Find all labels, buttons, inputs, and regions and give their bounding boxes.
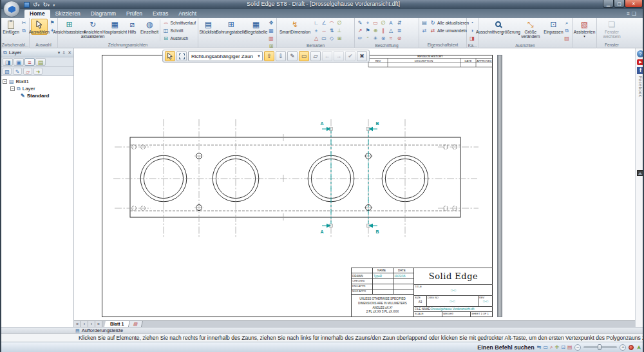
update-all-button[interactable]: ↻Alle aktualisieren [429,19,469,26]
fence-mode-button[interactable] [176,51,187,61]
accept-button[interactable]: ✔ [345,51,355,61]
draw-fence-button[interactable]: ✎ [287,51,298,61]
edgebar_tools-icon-0[interactable]: ▧ [3,68,12,75]
status_icons-icon-3[interactable]: ✛ [554,344,559,351]
zoom-area-button[interactable]: Ausschnittvergrößerung [480,19,516,35]
tree-item-standard[interactable]: ✎ Standard [3,92,72,99]
tab-ansicht[interactable]: Ansicht [173,10,202,18]
zwischenablage_extra-icon-1[interactable]: ⧉ [20,27,28,35]
back-button[interactable]: ← [322,51,332,61]
beschriftung-icon-14[interactable]: ≈ [387,35,395,43]
edgebar_tabs-icon-0[interactable]: ◨ [3,58,13,66]
tab-diagramm[interactable]: Diagramm [86,10,121,18]
include-overlap-button[interactable]: ⇩ [276,51,286,61]
beschriftung-icon-12[interactable]: ✳ [372,35,379,43]
tabellen_extra-icon-2[interactable]: ▥ [267,35,275,43]
tab-skizzieren[interactable]: Skizzieren [50,10,86,18]
bemassen-icon-4[interactable]: ± [312,27,320,35]
prev-sheet-button[interactable]: ‹ [81,321,88,327]
smart-dimension-button[interactable]: ↯ SmartDimension [278,19,312,35]
command-search-input[interactable]: Einen Befehl suchen [477,344,535,351]
ka-icon-1[interactable]: ◑ [468,27,476,35]
beschriftung-icon-11[interactable]: “ [364,35,372,43]
application-button[interactable] [3,1,20,17]
drawing-view[interactable]: Richtungsabhängiger Zaun ▼ ⇧ ⇩ ✎ ▭ ▱ ← →… [74,48,635,320]
bend-table-button[interactable]: ▦ Biegetabelle [245,19,267,35]
maximize-button[interactable]: ▢ [614,0,625,8]
status_icons-icon-4[interactable]: ⊡ [561,344,565,351]
select-mode-button[interactable] [165,51,175,61]
tab-pruefen[interactable]: Prüfen [121,10,147,18]
beschriftung-icon-6[interactable]: ⚑ [364,27,372,35]
zoom-slider[interactable] [583,346,617,348]
resize-button[interactable]: ⤡ Größe verändern [517,19,544,39]
assistants-button[interactable]: ▧ Assistenten ▾ [574,19,595,39]
select-tool-button[interactable]: Auswählen [31,19,48,35]
include-inside-button[interactable]: ⇧ [264,51,274,61]
bemassen-icon-8[interactable]: △ [312,35,320,43]
eigenschaft_icons-icon-1[interactable]: ⇄ [421,27,428,35]
cancel-button[interactable]: ✖ [357,51,367,61]
beschriftung-icon-9[interactable]: △ [387,27,395,35]
polygon-fence-button[interactable]: ▱ [310,51,321,61]
background-sheet-tab[interactable]: ▨ [129,321,143,327]
parts-list-button[interactable]: ▤ Stückliste [200,19,217,35]
edgebar_tools-icon-3[interactable]: ➜ [33,68,43,75]
bemassen-icon-5[interactable]: ↔ [320,27,328,35]
bemassen-icon-11[interactable]: ⊞ [336,35,343,43]
facebook-icon[interactable]: f [637,67,644,74]
fence-type-select[interactable]: Richtungsabhängiger Zaun ▼ [188,51,263,61]
beschriftung-icon-10[interactable]: ✏ [356,35,364,43]
tabellen_extra-icon-1[interactable]: ▦ [267,27,275,35]
beschriftung-icon-2[interactable]: ▭ [372,19,379,27]
bemassen-icon-6[interactable]: ⇅ [328,27,336,35]
tab-home[interactable]: Home [24,10,50,18]
panel-close-button[interactable]: ✕ [68,50,71,55]
zwischenablage_extra-icon-0[interactable]: ✂ [20,19,28,27]
ausrichten_extra-icon-1[interactable]: ⧉ [563,27,571,35]
help-icon[interactable]: ? [637,50,644,57]
bemassen-icon-7[interactable]: ⊥ [336,27,343,35]
beschriftung-icon-0[interactable]: ✎ [356,19,364,27]
beschriftung-icon-3[interactable]: ∅ [379,19,387,27]
detail-view-button[interactable]: ◍ Einzelheit [141,19,158,35]
beschriftung-icon-5[interactable]: ↗ [356,27,364,35]
status_icons-icon-0[interactable]: ⇆ [537,344,542,351]
next-sheet-button[interactable]: › [88,321,95,327]
ka-icon-2[interactable]: ◨ [468,35,476,43]
bemassen-icon-1[interactable]: ∠ [320,19,328,27]
status_icons-icon-2[interactable]: ⌕ [550,344,553,351]
beschriftung_extra-icon-2[interactable]: ⊘ [395,35,403,43]
bemassen-icon-0[interactable]: ∟ [312,19,320,27]
beschriftung-icon-8[interactable]: ∥ [379,27,387,35]
update-views-button[interactable]: ↻ Ansichten aktualisieren [80,19,106,39]
tree-item-layer[interactable]: − ⧉ Layer [3,85,72,92]
convert-all-button[interactable]: ⇄Alle umwandeln [429,26,469,34]
collapse-icon[interactable]: − [10,86,15,91]
title-block[interactable]: NAME DATE DRAWN TypeR 10/22/16 CHECKED E… [351,268,493,317]
beschriftung-icon-13[interactable]: ⊗ [379,35,387,43]
view-wizard-button[interactable]: ⊞ Ansichtsassistent [59,19,79,35]
beschriftung-icon-7[interactable]: ⊕ [372,27,379,35]
minimize-button[interactable]: ▁ [603,0,614,8]
edgebar_tools-icon-2[interactable]: ▱ [23,68,32,75]
forward-button[interactable]: → [334,51,344,61]
eigenschaft_icons-icon-0[interactable]: ▤ [421,19,428,27]
edgebar_tabs-icon-1[interactable]: ▣ [14,58,24,66]
beschriftung-icon-4[interactable]: A [387,19,395,27]
broken-out-button[interactable]: ⊟Ausbruch [162,34,196,42]
ausrichten_extra-icon-0[interactable]: ⌕ [563,19,571,27]
paste-button[interactable]: Einfügen [3,19,19,35]
section-button[interactable]: ◫Schnitt [162,26,196,34]
fit-button[interactable]: ⊡ Einpassen [545,19,562,35]
record-icon[interactable] [629,345,634,350]
vertical-scrollbar[interactable] [497,55,502,317]
close-button[interactable]: ✕ [625,0,643,8]
style-button[interactable]: ≡ [627,10,630,18]
edgebar_tabs-icon-2[interactable]: ≡ [24,58,35,66]
edgebar_tabs-icon-3[interactable]: ▤ [35,58,46,66]
switch-window-button[interactable]: ❏ Fenster wechseln [598,19,625,39]
cutting-plane-button[interactable]: ⌓Schnittverlauf [162,19,196,26]
fit-view-icon[interactable]: ➤ [636,345,642,350]
edgebar_tools-icon-1[interactable]: ✎ [13,68,22,75]
